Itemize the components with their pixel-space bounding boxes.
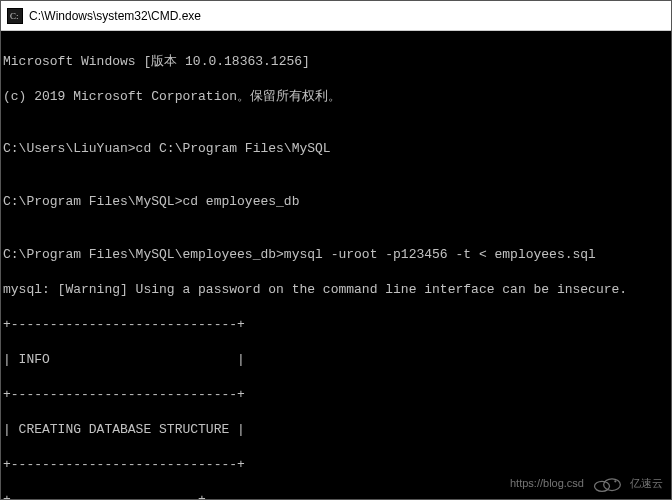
- svg-point-4: [604, 479, 621, 491]
- console-output[interactable]: Microsoft Windows [版本 10.0.18363.1256] (…: [1, 31, 671, 499]
- svg-text:C:: C:: [10, 11, 19, 21]
- table-border: +-----------------------------+: [3, 316, 669, 334]
- banner-line: (c) 2019 Microsoft Corporation。保留所有权利。: [3, 88, 669, 106]
- titlebar[interactable]: C: C:\Windows\system32\CMD.exe: [1, 1, 671, 31]
- warning-line: mysql: [Warning] Using a password on the…: [3, 281, 669, 299]
- banner-line: Microsoft Windows [版本 10.0.18363.1256]: [3, 53, 669, 71]
- svg-point-5: [614, 480, 616, 482]
- cloud-icon: [590, 473, 624, 493]
- watermark-url: https://blog.csd: [510, 476, 584, 491]
- table-header: | INFO |: [3, 351, 669, 369]
- window-title: C:\Windows\system32\CMD.exe: [29, 9, 201, 23]
- cmd-window: C: C:\Windows\system32\CMD.exe Microsoft…: [0, 0, 672, 500]
- prompt-line: C:\Program Files\MySQL\employees_db>mysq…: [3, 246, 669, 264]
- table-border: +-----------------------------+: [3, 386, 669, 404]
- prompt-line: C:\Program Files\MySQL>cd employees_db: [3, 193, 669, 211]
- table-border: +-----------------------------+: [3, 456, 669, 474]
- watermark-brand: 亿速云: [630, 476, 663, 491]
- cmd-icon: C:: [7, 8, 23, 24]
- prompt-line: C:\Users\LiuYuan>cd C:\Program Files\MyS…: [3, 140, 669, 158]
- table-row: | CREATING DATABASE STRUCTURE |: [3, 421, 669, 439]
- watermark: https://blog.csd 亿速云: [510, 473, 663, 493]
